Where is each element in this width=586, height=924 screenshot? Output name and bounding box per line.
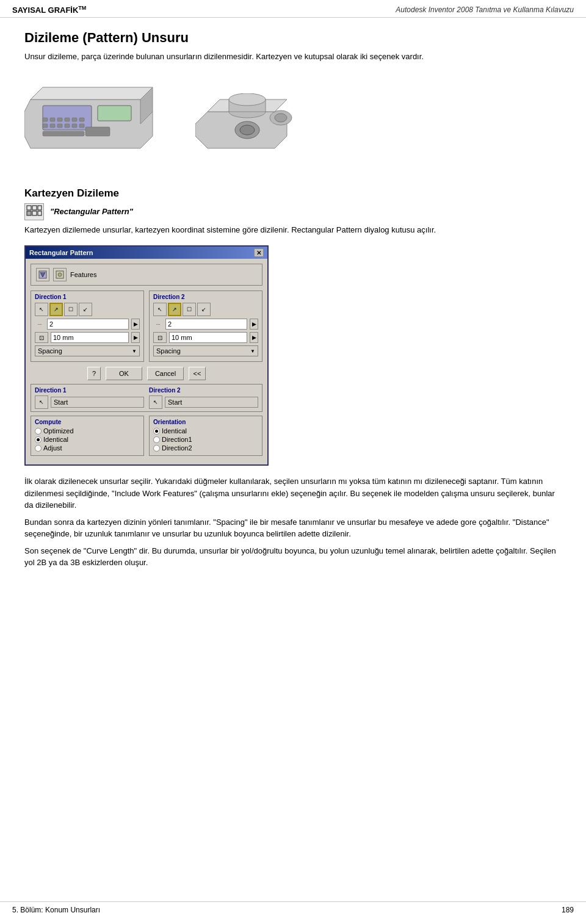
dir1-more-btn[interactable]: ↙: [79, 303, 92, 316]
orient-identical-radio[interactable]: [153, 428, 160, 435]
svg-rect-18: [98, 106, 131, 121]
orient-direction1-radio[interactable]: [153, 436, 160, 443]
direction2-spacing-increase[interactable]: ▶: [250, 332, 258, 343]
feature-select-btn[interactable]: [36, 268, 49, 281]
dir2-arrow-btn[interactable]: ↖: [153, 303, 167, 316]
body-paragraph-2: Bundan sonra da kartezyen dizinin yönler…: [24, 516, 562, 540]
compute-optimized-radio[interactable]: [35, 428, 42, 435]
dir1-start-btn-row: ↖ Start: [35, 395, 144, 409]
doc-title: Autodesk Inventor 2008 Tanıtma ve Kullan…: [396, 5, 574, 14]
dialog-close-button[interactable]: ✕: [254, 248, 264, 257]
direction1-dropdown-arrow: ▼: [132, 348, 137, 354]
svg-rect-5: [50, 118, 55, 121]
svg-rect-4: [43, 118, 48, 121]
orient-direction2-radio[interactable]: [153, 445, 160, 452]
direction2-spacing-field[interactable]: 10 mm: [169, 332, 247, 343]
direction1-dropdown-row: Spacing ▼: [35, 345, 140, 356]
direction2-start-panel: Direction 2 ↖ Start: [149, 387, 258, 409]
dialog-bottom-buttons: ? OK Cancel <<: [31, 367, 262, 380]
svg-rect-6: [57, 118, 62, 121]
product-images-row: [24, 75, 562, 173]
svg-point-27: [240, 125, 255, 135]
direction1-count-field[interactable]: 2: [47, 319, 129, 330]
svg-rect-8: [72, 118, 77, 121]
direction1-panel: Direction 1 ↖ ↗ ☐ ↙ ··· 2 ▶ ⊡ 10 mm: [31, 291, 144, 362]
direction1-start-panel: Direction 1 ↖ Start: [35, 387, 144, 409]
dir1-start-field[interactable]: Start: [51, 397, 144, 408]
compute-identical-radio[interactable]: [35, 436, 42, 443]
features-section: Features: [31, 264, 262, 286]
svg-rect-14: [72, 124, 77, 128]
dialog-more-button[interactable]: <<: [189, 367, 206, 380]
footer-page-number: 189: [562, 906, 574, 914]
dir1-flip-btn[interactable]: ☐: [64, 303, 78, 316]
direction2-panel: Direction 2 ↖ ↗ ☐ ↙ ··· 2 ▶ ⊡ 10 mm: [149, 291, 262, 362]
dialog-cancel-button[interactable]: Cancel: [147, 367, 184, 380]
compute-identical-row: Identical: [35, 436, 140, 443]
section-title-karteyen: Kartezyen Dizileme: [24, 187, 562, 200]
svg-rect-28: [27, 206, 31, 210]
direction1-buttons: ↖ ↗ ☐ ↙: [35, 303, 140, 316]
orient-title: Orientation: [153, 419, 258, 425]
rect-pattern-label: "Rectangular Pattern": [50, 207, 133, 216]
dir1-start-arrow[interactable]: ↖: [35, 395, 48, 409]
dir2-start-field[interactable]: Start: [165, 397, 258, 408]
dir1-active-btn[interactable]: ↗: [49, 303, 63, 316]
page-footer: 5. Bölüm: Konum Unsurları 189: [0, 901, 586, 918]
feature-select-btn2[interactable]: [53, 268, 67, 281]
compute-title: Compute: [35, 419, 140, 425]
direction2-count-field[interactable]: 2: [165, 319, 247, 330]
dialog-titlebar: Rectangular Pattern ✕: [26, 247, 267, 259]
svg-rect-31: [27, 211, 31, 215]
dir2-start-label: Direction 2: [149, 387, 258, 394]
dialog-ok-button[interactable]: OK: [106, 367, 142, 380]
dir2-more-btn[interactable]: ↙: [197, 303, 211, 316]
direction2-spacing-row: ⊡ 10 mm ▶: [153, 332, 258, 343]
svg-rect-7: [65, 118, 70, 121]
intro-paragraph: Unsur dizileme, parça üzerinde bulunan u…: [24, 51, 562, 63]
spacing-icon1: ⊡: [35, 332, 48, 343]
orient-direction1-label: Direction1: [162, 436, 192, 443]
svg-rect-16: [43, 131, 84, 136]
direction2-count-row: ··· 2 ▶: [153, 319, 258, 330]
direction2-dropdown-row: Spacing ▼: [153, 345, 258, 356]
svg-rect-11: [50, 124, 55, 128]
rectangular-pattern-dialog[interactable]: Rectangular Pattern ✕ Features Direction…: [24, 245, 269, 466]
direction1-count-row: ··· 2 ▶: [35, 319, 140, 330]
compute-adjust-label: Adjust: [43, 444, 62, 452]
karteyen-description: Kartezyen dizilemede unsurlar, kartezyen…: [24, 224, 562, 236]
direction2-dropdown-label: Spacing: [156, 347, 181, 355]
directions-row: Direction 1 ↖ ↗ ☐ ↙ ··· 2 ▶ ⊡ 10 mm: [31, 291, 262, 362]
direction1-dropdown[interactable]: Spacing ▼: [35, 345, 140, 356]
dialog-help-button[interactable]: ?: [87, 367, 101, 380]
direction1-spacing-increase[interactable]: ▶: [131, 332, 140, 343]
dir2-active-btn[interactable]: ↗: [168, 303, 181, 316]
orient-direction2-row: Direction2: [153, 444, 258, 452]
svg-point-23: [229, 93, 266, 106]
svg-rect-29: [32, 206, 37, 210]
direction1-count-increase[interactable]: ▶: [131, 319, 140, 330]
compute-optimized-label: Optimized: [43, 427, 74, 435]
dir2-flip-btn[interactable]: ☐: [183, 303, 196, 316]
orient-identical-row: Identical: [153, 427, 258, 435]
direction2-dropdown[interactable]: Spacing ▼: [153, 345, 258, 356]
svg-rect-9: [79, 118, 84, 121]
features-label: Features: [70, 271, 96, 278]
direction1-spacing-field[interactable]: 10 mm: [51, 332, 129, 343]
direction2-count-increase[interactable]: ▶: [250, 319, 258, 330]
brand-name: SAYISAL GRAFİKTM: [12, 5, 86, 15]
count-dots-icon2: ···: [153, 320, 163, 328]
page-header: SAYISAL GRAFİKTM Autodesk Inventor 2008 …: [0, 0, 586, 18]
body-paragraph-3: Son seçenek de "Curve Length" dir. Bu du…: [24, 545, 562, 569]
orient-direction2-label: Direction2: [162, 444, 192, 452]
compute-adjust-radio[interactable]: [35, 445, 42, 452]
direction1-label: Direction 1: [35, 294, 140, 300]
svg-rect-15: [79, 124, 84, 128]
direction2-buttons: ↖ ↗ ☐ ↙: [153, 303, 258, 316]
dialog-title: Rectangular Pattern: [29, 249, 93, 256]
product-image-cylinder: [195, 93, 305, 173]
dir2-start-arrow[interactable]: ↖: [149, 395, 162, 409]
product-image-keyboard: [24, 75, 159, 173]
dir1-arrow-btn[interactable]: ↖: [35, 303, 48, 316]
direction1-spacing-row: ⊡ 10 mm ▶: [35, 332, 140, 343]
